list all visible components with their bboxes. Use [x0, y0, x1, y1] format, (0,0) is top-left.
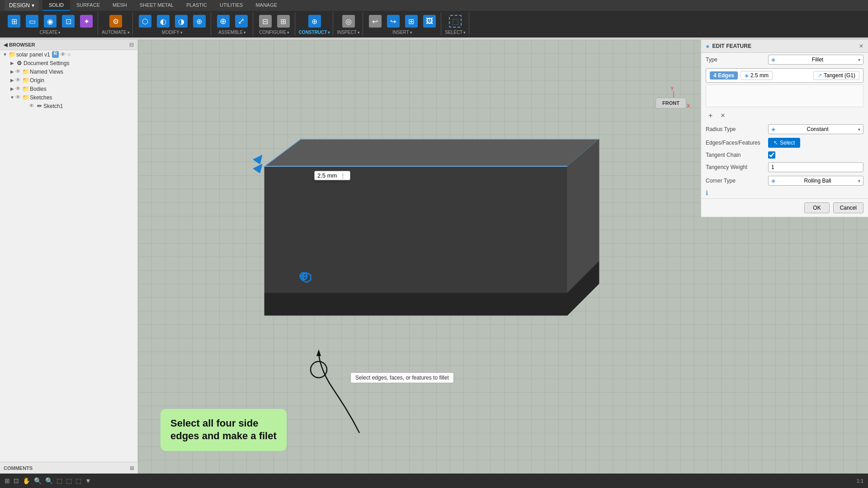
- comments-bar: COMMENTS ⊞: [0, 462, 138, 474]
- origin-arrow[interactable]: ▶: [9, 78, 15, 83]
- tab-manage[interactable]: MANAGE: [249, 0, 283, 11]
- bottom-icon-view3[interactable]: ⬚: [75, 477, 81, 484]
- bodies-arrow[interactable]: ▶: [9, 86, 15, 91]
- ribbon-group-assemble: ⊕ ⤢ ASSEMBLE▾: [212, 13, 253, 36]
- browser-title: ◀ BROWSER: [4, 42, 35, 48]
- tab-solid[interactable]: SOLID: [42, 0, 70, 11]
- edges-add-btn[interactable]: +: [706, 111, 715, 121]
- insert-group-label[interactable]: INSERT▾: [392, 30, 412, 35]
- edges-tangent-icon: ↗: [817, 72, 822, 79]
- bottom-icon-more[interactable]: ▼: [85, 477, 91, 484]
- type-select-box[interactable]: ◈ Fillet ▾: [768, 55, 863, 65]
- bodies-icon: 📁: [22, 85, 30, 92]
- browser-collapse-icon[interactable]: ◀: [4, 42, 7, 48]
- insert-comp-btn[interactable]: ⊞: [403, 14, 420, 29]
- corner-type-select[interactable]: ◈ Rolling Ball ▾: [768, 176, 863, 186]
- automate-group-label[interactable]: AUTOMATE▾: [102, 30, 130, 35]
- modify-group-label[interactable]: MODIFY▾: [162, 30, 183, 35]
- construct-group-label[interactable]: CONSTRUCT ▾: [299, 30, 330, 35]
- select-mode-btn[interactable]: ⬚: [447, 14, 464, 29]
- bottom-icon-zoom-out[interactable]: 🔍: [34, 477, 42, 484]
- assemble-joint-btn[interactable]: ⊕: [215, 14, 232, 29]
- tree-item-sketches[interactable]: ▼ 👁 📁 Sketches: [0, 93, 137, 102]
- create-loft-btn[interactable]: ✦: [78, 14, 95, 29]
- tab-mesh[interactable]: MESH: [106, 0, 133, 11]
- sketches-arrow[interactable]: ▼: [9, 95, 15, 100]
- dimension-popup[interactable]: 2.5 mm ⋮: [314, 171, 350, 180]
- bottom-icon-list[interactable]: ⊡: [14, 477, 19, 484]
- ok-button[interactable]: OK: [804, 202, 829, 213]
- dimension-value: 2.5 mm: [317, 172, 337, 179]
- modify-fillet-btn[interactable]: ◐: [155, 14, 172, 29]
- dimension-menu-btn[interactable]: ⋮: [339, 172, 347, 179]
- view-cube[interactable]: Y X FRONT: [653, 85, 694, 126]
- tab-surface[interactable]: SURFACE: [70, 0, 106, 11]
- edges-faces-select-btn[interactable]: ↖ Select: [768, 138, 800, 148]
- radius-type-select-box[interactable]: ◈ Constant ▾: [768, 124, 863, 134]
- construct-plane-btn[interactable]: ⊕: [306, 14, 323, 29]
- edges-remove-btn[interactable]: ×: [718, 111, 727, 121]
- type-select[interactable]: ◈ Fillet ▾: [768, 55, 863, 65]
- configure-table-btn[interactable]: ⊟: [257, 14, 274, 29]
- front-face-label[interactable]: FRONT: [656, 98, 686, 108]
- bottom-icon-view1[interactable]: ⬚: [57, 477, 62, 484]
- root-arrow[interactable]: ▼: [2, 52, 8, 57]
- tab-plastic[interactable]: PLASTIC: [180, 0, 213, 11]
- edges-tangent-label: Tangent (G1): [824, 72, 855, 79]
- create-revolve-btn[interactable]: ◉: [42, 14, 59, 29]
- comments-expand-icon[interactable]: ⊞: [130, 465, 134, 471]
- insert-undo-btn[interactable]: ↩: [367, 14, 384, 29]
- create-new-component-btn[interactable]: ⊞: [5, 14, 23, 29]
- pan-icon: ⊕: [298, 269, 308, 283]
- configure-param-btn[interactable]: ⊞: [275, 14, 292, 29]
- modify-press-pull-btn[interactable]: ⬡: [137, 14, 154, 29]
- info-icon[interactable]: ℹ: [706, 189, 708, 197]
- doc-settings-arrow[interactable]: ▶: [9, 61, 15, 66]
- tree-item-sketch1[interactable]: 👁 ✏ Sketch1: [0, 102, 137, 110]
- tree-item-origin[interactable]: ▶ 👁 📁 Origin: [0, 76, 137, 84]
- assemble-align-btn[interactable]: ⤢: [233, 14, 250, 29]
- cancel-button[interactable]: Cancel: [833, 202, 863, 213]
- tab-utilities[interactable]: UTILITIES: [213, 0, 249, 11]
- browser-header: ◀ BROWSER ⊟: [0, 40, 137, 50]
- modify-chamfer-btn[interactable]: ◑: [173, 14, 190, 29]
- configure-group-label[interactable]: CONFIGURE▾: [259, 30, 289, 35]
- type-value: Fillet: [812, 56, 823, 63]
- create-group-label[interactable]: CREATE▾: [40, 30, 61, 35]
- bottom-icon-grid[interactable]: ⊞: [5, 477, 10, 484]
- sketch1-label: Sketch1: [43, 103, 63, 109]
- assemble-group-label[interactable]: ASSEMBLE▾: [218, 30, 246, 35]
- select-group-label[interactable]: SELECT▾: [445, 30, 466, 35]
- create-sweep-btn[interactable]: ⊡: [60, 14, 77, 29]
- insert-canvas-btn[interactable]: 🖼: [421, 14, 438, 29]
- named-views-arrow[interactable]: ▶: [9, 69, 15, 74]
- panel-close-icon[interactable]: ✕: [859, 43, 863, 49]
- ribbon-group-insert: ↩ ↪ ⊞ 🖼 INSERT▾: [364, 13, 441, 36]
- browser-pin-icon[interactable]: ⊟: [129, 42, 134, 48]
- tree-item-doc-settings[interactable]: ▶ ⚙ Document Settings: [0, 59, 137, 67]
- zoom-level: 1:1: [857, 478, 863, 483]
- modify-shell-btn[interactable]: ⊕: [191, 14, 208, 29]
- bottom-icon-view2[interactable]: ⬚: [66, 477, 72, 484]
- bottom-icon-hand[interactable]: ✋: [23, 477, 30, 484]
- corner-type-row: Corner Type ◈ Rolling Ball ▾: [701, 174, 868, 188]
- new-component-icon: ⊞: [8, 15, 20, 28]
- automate-btn[interactable]: ⚙: [107, 14, 124, 29]
- tangent-chain-checkbox[interactable]: [768, 151, 775, 159]
- inspect-group-label[interactable]: INSPECT▾: [337, 30, 359, 35]
- tab-sheet-metal[interactable]: SHEET METAL: [133, 0, 180, 11]
- align-icon: ⤢: [235, 15, 248, 28]
- insert-redo-btn[interactable]: ↪: [385, 14, 402, 29]
- tree-root-item[interactable]: ▼ 📁 solar panel v1 R 👁 ○: [0, 50, 137, 59]
- tree-item-named-views[interactable]: ▶ 👁 📁 Named Views: [0, 67, 137, 76]
- radius-type-select[interactable]: ◈ Constant ▾: [768, 124, 863, 134]
- tangency-weight-input[interactable]: [768, 162, 863, 172]
- bottom-icon-zoom-in[interactable]: 🔍: [45, 477, 53, 484]
- tooltip-box: Select edges, faces, or features to fill…: [350, 372, 454, 383]
- tree-item-bodies[interactable]: ▶ 👁 📁 Bodies: [0, 84, 137, 93]
- corner-type-select-box[interactable]: ◈ Rolling Ball ▾: [768, 176, 863, 186]
- design-button[interactable]: DESIGN ▾: [5, 0, 39, 11]
- table-icon: ⊟: [259, 15, 272, 28]
- inspect-measure-btn[interactable]: ◎: [340, 14, 357, 29]
- create-extrude-btn[interactable]: ▭: [24, 14, 41, 29]
